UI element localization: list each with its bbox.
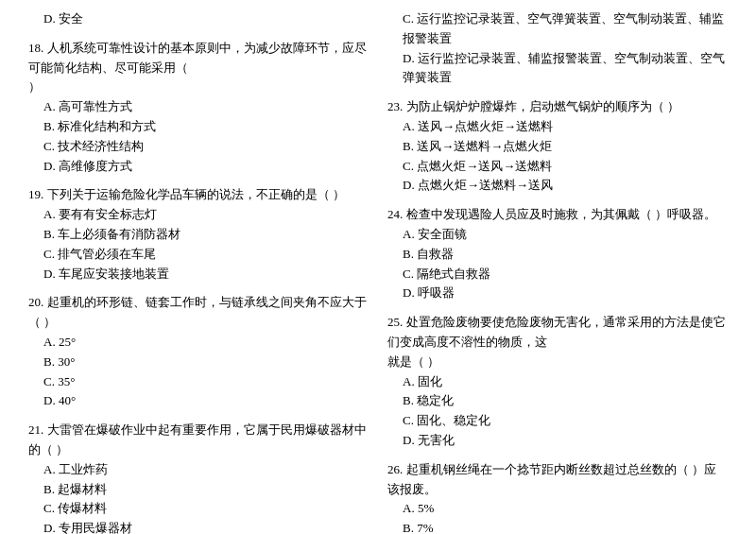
question-25-option-d: D. 无害化 <box>387 431 728 451</box>
question-18-option-b: B. 标准化结构和方式 <box>28 117 369 137</box>
question-18-title-cont: ） <box>28 78 369 97</box>
question-23-option-d: D. 点燃火炬→送燃料→送风 <box>387 176 728 196</box>
question-21-title: 21. 大雷管在爆破作业中起有重要作用，它属于民用爆破器材中的（ ） <box>28 421 369 460</box>
question-18-option-c: C. 技术经济性结构 <box>28 137 369 157</box>
question-21-option-d: D. 专用民爆器材 <box>28 519 369 534</box>
question-22-option-d: D. 运行监控记录装置、辅监报警装置、空气制动装置、空气弹簧装置 <box>387 49 728 89</box>
question-19: 19. 下列关于运输危险化学品车辆的说法，不正确的是（ ） A. 要有有安全标志… <box>28 185 369 284</box>
question-22-option-c: C. 运行监控记录装置、空气弹簧装置、空气制动装置、辅监报警装置 <box>387 9 728 49</box>
question-18: 18. 人机系统可靠性设计的基本原则中，为减少故障环节，应尽可能简化结构、尽可能… <box>28 39 369 177</box>
question-23-title: 23. 为防止锅炉炉膛爆炸，启动燃气锅炉的顺序为（ ） <box>387 97 728 117</box>
question-23-option-c: C. 点燃火炬→送风→送燃料 <box>387 157 728 177</box>
question-19-option-b: B. 车上必须备有消防器材 <box>28 225 369 245</box>
question-23-option-a: A. 送风→点燃火炬→送燃料 <box>387 117 728 137</box>
question-24-title: 24. 检查中发现遇险人员应及时施救，为其佩戴（ ）呼吸器。 <box>387 205 728 225</box>
question-25-title: 25. 处置危险废物要使危险废物无害化，通常采用的方法是使它们变成高度不溶性的物… <box>387 313 728 353</box>
question-26-option-b: B. 7% <box>387 519 728 534</box>
question-20-option-c: C. 35° <box>28 372 369 392</box>
question-25-option-c: C. 固化、稳定化 <box>387 411 728 431</box>
question-25-option-a: A. 固化 <box>387 372 728 392</box>
question-24-option-c: C. 隔绝式自救器 <box>387 265 728 284</box>
question-21-option-b: B. 起爆材料 <box>28 480 369 500</box>
left-column: D. 安全 18. 人机系统可靠性设计的基本原则中，为减少故障环节，应尽可能简化… <box>28 9 369 534</box>
question-26: 26. 起重机钢丝绳在一个捻节距内断丝数超过总丝数的（ ）应该报废。 A. 5%… <box>387 460 728 534</box>
question-25-option-b: B. 稳定化 <box>387 391 728 411</box>
question-20-option-d: D. 40° <box>28 391 369 411</box>
question-25: 25. 处置危险废物要使危险废物无害化，通常采用的方法是使它们变成高度不溶性的物… <box>387 313 728 451</box>
question-20-option-a: A. 25° <box>28 333 369 353</box>
question-21-option-c: C. 传爆材料 <box>28 499 369 519</box>
question-25-title-cont: 就是（ ） <box>387 353 728 372</box>
question-18-option-a: A. 高可靠性方式 <box>28 97 369 117</box>
question-24-option-b: B. 自救器 <box>387 245 728 265</box>
question-24-option-d: D. 呼吸器 <box>387 284 728 303</box>
question-19-option-a: A. 要有有安全标志灯 <box>28 205 369 225</box>
question-22-cd: C. 运行监控记录装置、空气弹簧装置、空气制动装置、辅监报警装置 D. 运行监控… <box>387 9 728 88</box>
question-24: 24. 检查中发现遇险人员应及时施救，为其佩戴（ ）呼吸器。 A. 安全面镜 B… <box>387 205 728 303</box>
question-24-option-a: A. 安全面镜 <box>387 225 728 245</box>
option-d-safety: D. 安全 <box>28 9 369 29</box>
question-19-title: 19. 下列关于运输危险化学品车辆的说法，不正确的是（ ） <box>28 185 369 205</box>
question-20-title: 20. 起重机的环形链、链套工作时，与链承线之间夹角不应大于（ ） <box>28 293 369 333</box>
question-18-title: 18. 人机系统可靠性设计的基本原则中，为减少故障环节，应尽可能简化结构、尽可能… <box>28 39 369 78</box>
question-23-option-b: B. 送风→送燃料→点燃火炬 <box>387 137 728 157</box>
question-d-safety: D. 安全 <box>28 9 369 29</box>
right-column: C. 运行监控记录装置、空气弹簧装置、空气制动装置、辅监报警装置 D. 运行监控… <box>387 9 728 534</box>
question-26-title: 26. 起重机钢丝绳在一个捻节距内断丝数超过总丝数的（ ）应该报废。 <box>387 460 728 500</box>
question-18-option-d: D. 高维修度方式 <box>28 157 369 177</box>
question-20: 20. 起重机的环形链、链套工作时，与链承线之间夹角不应大于（ ） A. 25°… <box>28 293 369 411</box>
question-21-option-a: A. 工业炸药 <box>28 460 369 480</box>
question-26-option-a: A. 5% <box>387 499 728 519</box>
question-21: 21. 大雷管在爆破作业中起有重要作用，它属于民用爆破器材中的（ ） A. 工业… <box>28 421 369 534</box>
question-20-option-b: B. 30° <box>28 353 369 372</box>
page-content: D. 安全 18. 人机系统可靠性设计的基本原则中，为减少故障环节，应尽可能简化… <box>28 9 728 534</box>
question-19-option-c: C. 排气管必须在车尾 <box>28 245 369 265</box>
question-19-option-d: D. 车尾应安装接地装置 <box>28 265 369 284</box>
question-23: 23. 为防止锅炉炉膛爆炸，启动燃气锅炉的顺序为（ ） A. 送风→点燃火炬→送… <box>387 97 728 196</box>
